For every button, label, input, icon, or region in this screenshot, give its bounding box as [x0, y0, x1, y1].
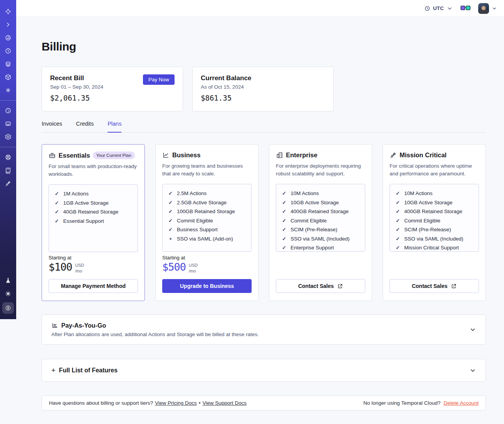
recent-bill-period: Sep 01 – Sep 30, 2024: [50, 84, 103, 90]
feature-label: 40GB Retained Storage: [63, 209, 118, 215]
spiral-icon: [5, 34, 12, 41]
check-icon: ✓: [54, 209, 60, 215]
sidebar-divider: [0, 100, 16, 101]
feature-label: 400GB Retained Storage: [291, 209, 349, 214]
external-link-icon: [337, 283, 343, 289]
feature-label: 400GB Retained Storage: [404, 209, 462, 214]
starting-at-label: Starting at: [49, 255, 138, 261]
delete-account-link[interactable]: Delete Account: [444, 400, 479, 406]
account-menu[interactable]: [478, 3, 497, 14]
check-icon: ✓: [54, 218, 60, 224]
full-features-accordion[interactable]: + Full List of Features: [42, 359, 486, 382]
chevron-down-icon[interactable]: [469, 326, 476, 333]
feature-label: Enterprise Support: [291, 245, 334, 251]
sidebar-item-docs[interactable]: [3, 166, 13, 175]
check-icon: ✓: [395, 218, 401, 224]
tab-plans[interactable]: Plans: [108, 121, 121, 133]
payg-accordion[interactable]: Pay-As-You-Go After Plan allocations are…: [42, 315, 486, 345]
gear-icon: [5, 133, 12, 140]
sidebar-item-labs[interactable]: [3, 276, 13, 285]
sidebar-divider: [0, 147, 16, 147]
plan-card-mission-critical: Mission Critical For critical operations…: [383, 144, 486, 301]
feedback-button[interactable]: [460, 5, 470, 12]
plan-name: Essentials: [59, 152, 90, 159]
gauge-icon: [5, 107, 12, 114]
billing-page: Billing Recent Bill Sep 01 – Sep 30, 202…: [16, 40, 504, 411]
clock-icon: [424, 5, 430, 12]
check-icon: ✓: [395, 227, 401, 232]
sidebar-item-nexus[interactable]: [3, 86, 13, 95]
current-plan-badge: Your Current Plan: [93, 151, 135, 159]
sidebar-item-billing[interactable]: [2, 302, 14, 314]
card-icon: [5, 120, 12, 127]
sidebar-item-settings[interactable]: [3, 132, 13, 141]
starting-at-label: Starting at: [162, 255, 252, 261]
price-period: /mo: [189, 268, 198, 274]
sidebar-item-theme[interactable]: [3, 289, 13, 298]
check-icon: ✓: [168, 209, 173, 214]
feature-item: ✓2.5GB Active Storage: [168, 200, 246, 205]
plan-feature-list: ✓10M Actions ✓10GB Active Storage ✓400GB…: [276, 184, 365, 252]
sidebar-item-deployments[interactable]: [3, 59, 13, 69]
toolbox-icon: [49, 152, 56, 159]
timezone-picker[interactable]: UTC: [424, 5, 453, 12]
sidebar-item-getting-started[interactable]: [3, 179, 13, 188]
pay-now-button[interactable]: Pay Now: [143, 74, 175, 85]
page-title: Billing: [42, 40, 486, 53]
feature-label: 10M Actions: [404, 190, 433, 196]
cube-icon: [5, 74, 12, 81]
plan-description: For growing teams and businesses that ar…: [162, 162, 252, 178]
contact-sales-button[interactable]: Contact Sales: [276, 279, 365, 293]
plan-feature-list: ✓2.5M Actions ✓2.5GB Active Storage ✓100…: [162, 184, 252, 252]
building-icon: [276, 151, 283, 159]
sidebar-item-schedules[interactable]: [3, 46, 13, 56]
pricing-docs-link[interactable]: View Pricing Docs: [155, 400, 197, 406]
contact-sales-label: Contact Sales: [298, 283, 334, 289]
sidebar-item-namespaces[interactable]: [3, 33, 13, 42]
sidebar-item-expand[interactable]: [3, 20, 13, 29]
sidebar-item-usage[interactable]: [3, 106, 13, 115]
sidebar-item-invoices[interactable]: [3, 119, 13, 128]
plan-description: For small teams with production-ready wo…: [49, 163, 138, 178]
timezone-label: UTC: [433, 5, 444, 11]
contact-sales-label: Contact Sales: [412, 283, 448, 289]
upgrade-business-button[interactable]: Upgrade to Business: [162, 279, 252, 293]
plus-icon: +: [51, 367, 55, 374]
feature-item: ✓SSO via SAML (Included): [395, 236, 474, 242]
contact-sales-button[interactable]: Contact Sales: [390, 279, 479, 293]
feature-item: ✓10M Actions: [281, 190, 360, 196]
feature-item: ✓Commit Eligible: [395, 218, 474, 224]
current-balance-card: Current Balance As of Oct 15, 2024 $861.…: [192, 67, 334, 111]
sun-icon: [5, 290, 12, 297]
feature-label: Commit Eligible: [291, 218, 327, 224]
dollar-coin-icon: [5, 305, 12, 311]
check-icon: ✓: [281, 227, 287, 232]
footer-question: Have questions about billing or support …: [49, 400, 153, 406]
sidebar-item-home[interactable]: [3, 7, 13, 16]
sidebar-item-support[interactable]: [3, 153, 13, 162]
support-docs-link[interactable]: View Support Docs: [202, 400, 247, 406]
sidebar-item-workers[interactable]: [3, 72, 13, 82]
check-icon: ✓: [395, 190, 401, 196]
check-icon: ✓: [168, 218, 173, 224]
chevron-down-icon[interactable]: [469, 367, 476, 374]
tab-invoices[interactable]: Invoices: [42, 121, 62, 132]
3d-glasses-icon: [460, 5, 470, 12]
payg-description: After Plan allocations are used, additio…: [51, 331, 259, 337]
tab-credits[interactable]: Credits: [76, 121, 94, 132]
asterisk-icon: [5, 87, 12, 94]
feature-item: ✓Commit Eligible: [281, 218, 360, 224]
check-icon: ✓: [395, 200, 401, 205]
plans-row: Essentials Your Current Plan For small t…: [42, 144, 486, 301]
feature-label: 1GB Active Storage: [63, 200, 109, 206]
summary-row: Recent Bill Sep 01 – Sep 30, 2024 Pay No…: [42, 67, 486, 111]
plan-price: $100: [49, 261, 72, 273]
feature-label: SSO via SAML (Included): [404, 236, 463, 242]
manage-payment-button[interactable]: Manage Payment Method: [49, 279, 138, 293]
plan-name: Business: [172, 151, 200, 159]
feature-item: ✓Commit Eligible: [168, 218, 246, 224]
feature-label: 100GB Retained Storage: [177, 209, 235, 214]
check-icon: ✓: [168, 200, 173, 205]
feature-item: ✓100GB Retained Storage: [168, 209, 246, 214]
plan-name: Enterprise: [286, 151, 318, 159]
